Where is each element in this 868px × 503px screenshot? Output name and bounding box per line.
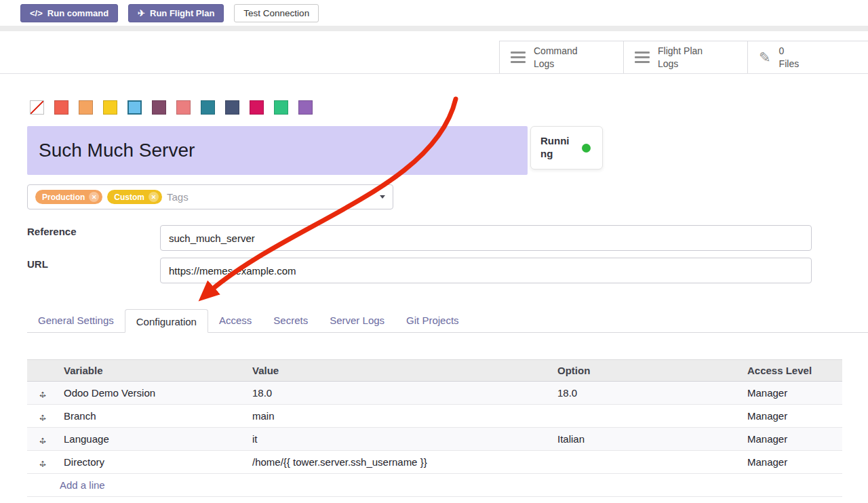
tab-general-settings[interactable]: General Settings [27,308,125,332]
run-command-button[interactable]: </> Run command [20,4,118,22]
cell-access[interactable]: Manager [742,387,842,399]
run-flight-plan-button[interactable]: ✈ Run Flight Plan [128,4,224,22]
action-toolbar: </> Run command ✈ Run Flight Plan Test C… [0,0,868,26]
table-row[interactable]: ↔↕ Language it Italian Manager [27,428,842,451]
tags-input[interactable]: Production ✕ Custom ✕ Tags [27,184,393,209]
cell-access[interactable]: Manager [742,433,842,445]
page: </> Run command ✈ Run Flight Plan Test C… [0,0,868,503]
cell-variable[interactable]: Language [58,433,247,445]
paper-plane-icon: ✈ [138,8,145,18]
run-command-label: Run command [47,8,108,18]
status-card[interactable]: Running [530,126,603,169]
color-swatch-purple[interactable] [298,100,313,115]
color-swatch-navy[interactable] [225,100,239,115]
add-a-line-link[interactable]: Add a line [60,479,105,491]
list-icon [511,52,526,64]
tab-server-logs[interactable]: Server Logs [319,308,395,332]
drag-handle-icon[interactable]: ↔↕ [27,411,58,422]
cell-value[interactable]: main [247,410,552,422]
files-count: 0 [779,45,800,57]
cell-value[interactable]: 18.0 [247,387,552,399]
color-swatch-lightblue-selected[interactable] [127,100,142,115]
notebook-tabs: General Settings Configuration Access Se… [27,308,868,333]
tag-label: Custom [114,193,144,202]
list-icon [635,52,650,64]
cell-variable[interactable]: Odoo Demo Version [58,387,247,399]
reference-label: Reference [27,226,77,237]
code-icon: </> [30,8,43,18]
cell-variable[interactable]: Directory [58,456,247,468]
command-logs-label: Command Logs [534,45,593,69]
color-swatch-none[interactable] [30,100,44,115]
color-swatch-salmon[interactable] [176,100,191,115]
status-indicator-dot [582,144,591,153]
color-swatch-orange[interactable] [79,100,93,115]
reference-input[interactable] [160,225,812,251]
tag-label: Production [42,193,85,202]
color-swatch-red[interactable] [54,100,68,115]
edit-icon: ✎ [759,50,771,64]
tag-remove-icon[interactable]: ✕ [149,192,159,202]
table-header: Variable Value Option Access Level [27,359,842,382]
flight-plan-logs-button[interactable]: Flight Plan Logs [623,41,747,73]
color-swatch-darkpurple[interactable] [152,100,166,115]
header-access-level: Access Level [742,365,842,376]
table-row[interactable]: ↔↕ Odoo Demo Version 18.0 18.0 Manager [27,382,842,405]
status-label: Running [540,135,574,161]
test-connection-label: Test Connection [243,8,309,18]
smart-button-box: Command Logs Flight Plan Logs ✎ 0 Files [499,41,868,73]
tab-secrets[interactable]: Secrets [262,308,319,332]
cell-option[interactable]: 18.0 [552,387,742,399]
table-row[interactable]: ↔↕ Branch main Manager [27,405,842,428]
cell-value[interactable]: /home/{{ tower.server.ssh_username }} [247,456,552,468]
flight-plan-logs-label: Flight Plan Logs [658,45,717,69]
color-swatch-yellow[interactable] [103,100,117,115]
drag-handle-icon[interactable]: ↔↕ [27,388,58,399]
drag-handle-icon[interactable]: ↔↕ [27,457,58,468]
dropdown-caret-icon[interactable] [380,195,385,199]
tag-pill-production[interactable]: Production ✕ [35,190,102,204]
tag-remove-icon[interactable]: ✕ [89,192,99,202]
test-connection-button[interactable]: Test Connection [234,4,319,22]
color-swatch-green[interactable] [274,100,288,115]
url-label: URL [27,258,48,270]
header-value: Value [247,365,552,376]
files-stat: 0 Files [779,45,800,69]
toolbar-divider [0,26,868,31]
tag-pill-custom[interactable]: Custom ✕ [107,190,162,204]
color-palette [30,100,313,115]
url-input[interactable] [160,258,812,283]
cell-option[interactable]: Italian [552,433,742,445]
variables-table: Variable Value Option Access Level ↔↕ Od… [27,359,842,497]
cell-variable[interactable]: Branch [58,410,247,422]
cell-access[interactable]: Manager [742,410,842,422]
table-row[interactable]: ↔↕ Directory /home/{{ tower.server.ssh_u… [27,451,842,474]
tags-placeholder: Tags [167,191,189,203]
cell-access[interactable]: Manager [742,456,842,468]
header-rule [0,73,868,74]
color-swatch-fuchsia[interactable] [250,100,264,115]
tab-git-projects[interactable]: Git Projects [395,308,470,332]
command-logs-button[interactable]: Command Logs [499,41,623,73]
header-option: Option [552,365,742,376]
header-variable: Variable [58,365,247,376]
tab-configuration[interactable]: Configuration [125,309,208,333]
add-line-row: Add a line [27,474,842,497]
files-label: Files [779,58,800,70]
cell-value[interactable]: it [247,433,552,445]
color-swatch-teal[interactable] [201,100,215,115]
run-flight-plan-label: Run Flight Plan [150,8,214,18]
server-name-input[interactable]: Such Much Server [27,126,528,175]
tab-access[interactable]: Access [208,308,262,332]
drag-handle-icon[interactable]: ↔↕ [27,434,58,445]
files-button[interactable]: ✎ 0 Files [747,41,868,73]
